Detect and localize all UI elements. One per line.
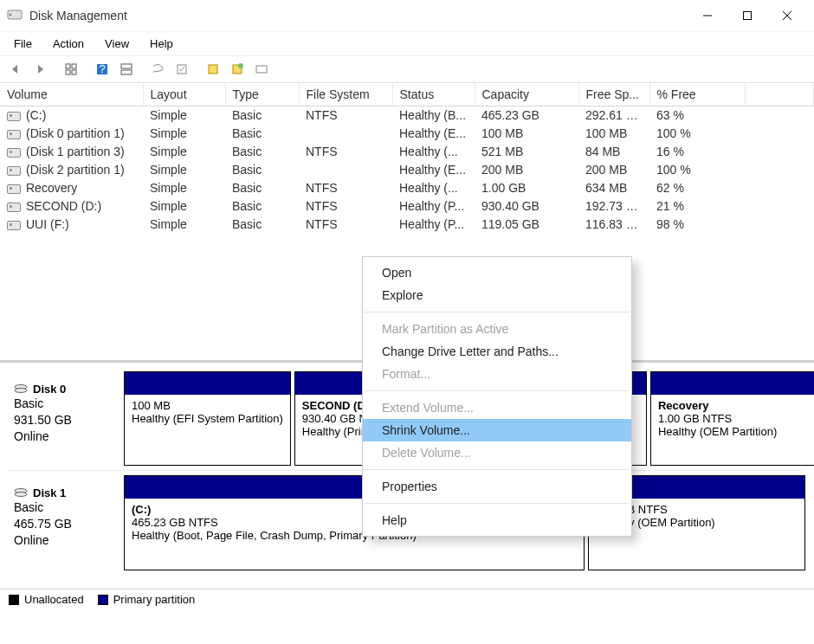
partition[interactable]: 100 MBHealthy (EFI System Partition)	[124, 371, 291, 466]
vol-pct: 63 %	[649, 106, 745, 125]
back-button[interactable]	[5, 59, 26, 80]
vol-type: Basic	[225, 106, 299, 125]
action5-button[interactable]	[251, 59, 272, 80]
svg-text:?: ?	[99, 62, 105, 75]
volume-row[interactable]: (C:)SimpleBasicNTFSHealthy (B...465.23 G…	[0, 106, 814, 125]
vol-pct: 21 %	[649, 197, 745, 216]
partition-header	[125, 372, 290, 395]
vol-layout: Simple	[143, 143, 225, 161]
minimize-button[interactable]	[688, 2, 727, 29]
col-status[interactable]: Status	[392, 83, 475, 106]
partition[interactable]: Recovery1.00 GB NTFSHealthy (OEM Partiti…	[650, 371, 814, 466]
col-type[interactable]: Type	[225, 83, 299, 106]
vol-layout: Simple	[143, 179, 225, 197]
volume-icon	[7, 130, 21, 139]
col-layout[interactable]: Layout	[143, 83, 225, 106]
vol-capacity: 930.40 GB	[475, 197, 578, 216]
ctx-help[interactable]: Help	[363, 509, 631, 531]
menu-file[interactable]: File	[5, 34, 41, 54]
svg-point-22	[15, 492, 27, 496]
vol-layout: Simple	[143, 161, 225, 179]
legend-unallocated-icon	[9, 595, 19, 605]
close-button[interactable]	[767, 2, 807, 29]
legend: Unallocated Primary partition	[0, 589, 814, 609]
vol-status: Healthy (...	[392, 143, 475, 161]
volume-row[interactable]: UUI (F:)SimpleBasicNTFSHealthy (P...119.…	[0, 216, 814, 234]
svg-point-20	[15, 388, 27, 392]
vol-fs: NTFS	[299, 106, 392, 125]
ctx-mark-active: Mark Partition as Active	[363, 318, 631, 340]
volume-table-header: Volume Layout Type File System Status Ca…	[0, 83, 814, 106]
vol-name: (Disk 0 partition 1)	[0, 125, 143, 143]
disk-name-text: Disk 1	[33, 486, 66, 499]
vol-pct: 16 %	[649, 143, 745, 161]
title-bar: Disk Management	[0, 0, 814, 31]
window-title: Disk Management	[29, 9, 688, 23]
vol-fs	[299, 125, 392, 143]
volume-row[interactable]: (Disk 1 partition 3)SimpleBasicNTFSHealt…	[0, 143, 814, 161]
ctx-sep3	[365, 469, 630, 470]
vol-layout: Simple	[143, 125, 225, 143]
vol-fs: NTFS	[299, 179, 392, 197]
action4-button[interactable]	[227, 59, 248, 80]
ctx-explore[interactable]: Explore	[363, 284, 631, 306]
ctx-open[interactable]: Open	[363, 261, 631, 284]
svg-rect-12	[121, 64, 132, 68]
vol-free: 192.73 GB	[578, 197, 649, 216]
col-fs[interactable]: File System	[299, 83, 392, 106]
forward-button[interactable]	[29, 59, 50, 80]
vol-name: Recovery	[0, 179, 143, 197]
volume-icon	[7, 148, 21, 158]
svg-rect-7	[72, 64, 76, 68]
vol-fs: NTFS	[299, 143, 392, 161]
volume-row[interactable]: (Disk 0 partition 1)SimpleBasicHealthy (…	[0, 125, 814, 143]
vol-type: Basic	[225, 125, 299, 143]
action3-button[interactable]	[203, 59, 223, 80]
vol-free: 84 MB	[578, 143, 649, 161]
ctx-sep4	[365, 503, 630, 504]
volume-icon	[7, 221, 21, 230]
menu-bar: File Action View Help	[0, 31, 814, 55]
col-capacity[interactable]: Capacity	[475, 83, 578, 106]
maximize-button[interactable]	[727, 2, 767, 29]
svg-point-1	[10, 14, 12, 16]
ctx-properties[interactable]: Properties	[363, 475, 631, 498]
volume-row[interactable]: SECOND (D:)SimpleBasicNTFSHealthy (P...9…	[0, 197, 814, 216]
action2-button[interactable]	[171, 59, 192, 80]
vol-layout: Simple	[143, 106, 225, 125]
help-toolbar-button[interactable]: ?	[92, 59, 113, 80]
svg-rect-18	[256, 66, 267, 73]
action1-button[interactable]	[147, 59, 168, 80]
disk-name-text: Disk 0	[33, 383, 66, 396]
svg-point-17	[238, 63, 243, 68]
ctx-sep1	[365, 312, 630, 312]
menu-action[interactable]: Action	[44, 34, 93, 54]
legend-primary-icon	[98, 595, 108, 605]
vol-fs: NTFS	[299, 197, 392, 216]
legend-unallocated: Unallocated	[24, 593, 84, 606]
svg-rect-3	[744, 12, 752, 20]
col-free[interactable]: Free Sp...	[578, 83, 649, 106]
layout-tiles-button[interactable]	[116, 59, 137, 80]
col-volume[interactable]: Volume	[0, 83, 143, 106]
vol-name: (C:)	[0, 106, 143, 125]
menu-help[interactable]: Help	[141, 34, 182, 54]
vol-free: 100 MB	[578, 125, 649, 143]
up-layout-button[interactable]	[61, 59, 81, 80]
volume-icon	[7, 112, 21, 121]
col-spacer	[745, 83, 814, 106]
menu-view[interactable]: View	[96, 34, 138, 54]
svg-rect-8	[66, 70, 70, 74]
ctx-change-letter[interactable]: Change Drive Letter and Paths...	[363, 340, 631, 363]
volume-table[interactable]: Volume Layout Type File System Status Ca…	[0, 83, 814, 234]
disk-label: Disk 0Basic931.50 GBOnline	[7, 371, 124, 466]
partition-name: Recovery	[658, 399, 814, 412]
vol-pct: 100 %	[649, 125, 745, 143]
volume-row[interactable]: (Disk 2 partition 1)SimpleBasicHealthy (…	[0, 161, 814, 179]
vol-pct: 100 %	[649, 161, 745, 179]
vol-free: 292.61 GB	[578, 106, 649, 125]
ctx-shrink[interactable]: Shrink Volume...	[363, 419, 631, 441]
volume-row[interactable]: RecoverySimpleBasicNTFSHealthy (...1.00 …	[0, 179, 814, 197]
col-pctfree[interactable]: % Free	[649, 83, 745, 106]
partition-status: Healthy (OEM Partition)	[658, 425, 814, 438]
